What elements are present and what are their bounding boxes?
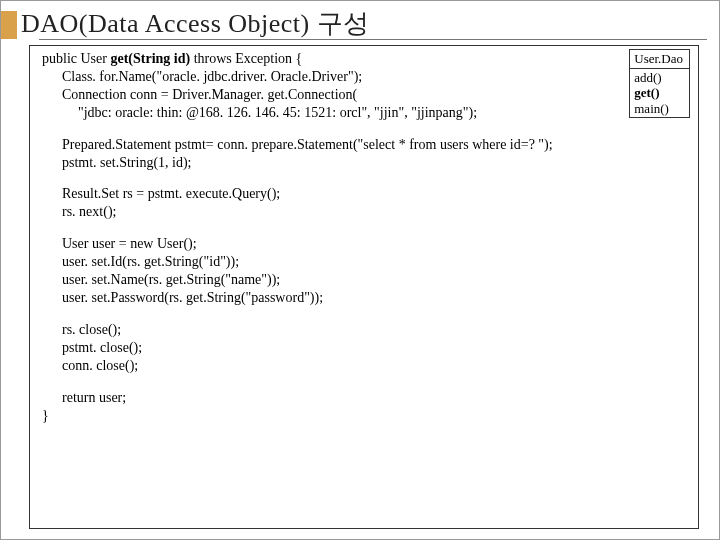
code-line: pstmt. close(); (38, 339, 690, 357)
code-line: return user; (38, 389, 690, 407)
blank-line (38, 122, 690, 136)
slide: DAO(Data Access Object) 구성 User.Dao add(… (0, 0, 720, 540)
blank-line (38, 171, 690, 185)
accent-block (1, 11, 17, 39)
code-line: user. set.Password(rs. get.String("passw… (38, 289, 690, 307)
code-line: pstmt. set.String(1, id); (38, 154, 690, 172)
uml-class-methods: add() get() main() (630, 69, 689, 118)
code-text: throws Exception { (190, 51, 302, 66)
code-line: Class. for.Name("oracle. jdbc.driver. Or… (38, 68, 690, 86)
uml-class-name: User.Dao (630, 50, 689, 69)
uml-method-get: get() (634, 85, 683, 101)
code-line: rs. next(); (38, 203, 690, 221)
code-line: "jdbc: oracle: thin: @168. 126. 146. 45:… (38, 104, 690, 122)
code-line: User user = new User(); (38, 235, 690, 253)
code-line: Connection conn = Driver.Manager. get.Co… (38, 86, 690, 104)
blank-line (38, 375, 690, 389)
code-line: user. set.Name(rs. get.String("name")); (38, 271, 690, 289)
code-line: user. set.Id(rs. get.String("id")); (38, 253, 690, 271)
blank-line (38, 307, 690, 321)
code-line: rs. close(); (38, 321, 690, 339)
code-bold: get(String id) (110, 51, 190, 66)
code-line: Result.Set rs = pstmt. execute.Query(); (38, 185, 690, 203)
code-line: Prepared.Statement pstmt= conn. prepare.… (38, 136, 690, 154)
code-text: public User (42, 51, 110, 66)
code-box: User.Dao add() get() main() public User … (29, 45, 699, 529)
code-line: } (38, 407, 690, 425)
code-line: conn. close(); (38, 357, 690, 375)
uml-method-main: main() (634, 101, 683, 117)
title-bar: DAO(Data Access Object) 구성 (1, 1, 719, 41)
title-underline (39, 39, 707, 40)
code-line: public User get(String id) throws Except… (38, 50, 690, 68)
slide-title: DAO(Data Access Object) 구성 (21, 6, 370, 41)
uml-class-box: User.Dao add() get() main() (629, 49, 690, 118)
uml-method-add: add() (634, 70, 683, 86)
blank-line (38, 221, 690, 235)
